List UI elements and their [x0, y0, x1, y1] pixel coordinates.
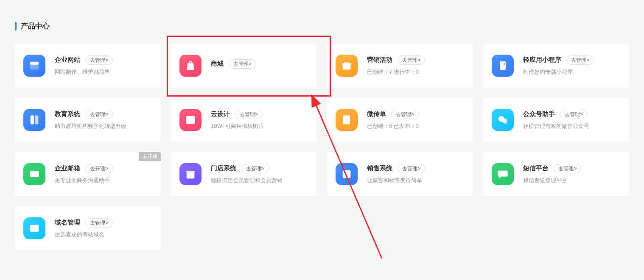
badge-unactivated: 未开通: [139, 152, 161, 161]
section-title: 产品中心: [15, 21, 629, 31]
product-card-design[interactable]: 云设计去管理>10W+可商用模板图片: [171, 98, 317, 142]
manage-button[interactable]: 去管理>: [391, 110, 419, 119]
product-card-sales[interactable]: 销售系统去管理>让获客和销售变得简单: [327, 152, 473, 196]
product-card-marketing[interactable]: 营销活动去管理>已创建：7 进行中：0: [327, 44, 473, 88]
card-title: 门店系统: [211, 164, 236, 172]
card-title: 微传单: [367, 110, 386, 118]
card-subtitle: 助力教培机构数字化转型升级: [55, 122, 152, 130]
card-subtitle: 挑选喜欢的网站域名: [55, 231, 152, 238]
list-icon: [336, 163, 358, 185]
card-title: 教育系统: [55, 110, 80, 118]
product-card-mp-helper[interactable]: 公众号助手去管理>轻松管理自家的微信公众号: [483, 98, 629, 142]
card-subtitle: 短信发送管理平台: [523, 177, 621, 184]
product-card-flyer[interactable]: 微传单去管理>已创建：0 已发布：0: [327, 98, 473, 142]
book-icon: [23, 109, 45, 131]
card-subtitle: 已创建：0 已发布：0: [367, 122, 465, 130]
card-subtitle: 10W+可商用模板图片: [211, 122, 308, 130]
manage-button[interactable]: 去管理>: [554, 164, 581, 174]
card-title: 商城: [211, 60, 224, 68]
card-title: 企业邮箱: [55, 164, 80, 172]
manage-button[interactable]: 去管理>: [560, 110, 588, 119]
window-icon: [23, 55, 45, 77]
stat-created-count: 7: [389, 69, 392, 75]
card-subtitle: 轻松管理自家的微信公众号: [523, 122, 621, 130]
card-subtitle: 制作您的专属小程序: [523, 68, 621, 76]
manage-button[interactable]: 去管理>: [85, 110, 113, 119]
card-subtitle: 已创建：7 进行中：0: [367, 68, 465, 76]
card-title: 云设计: [211, 110, 230, 118]
card-subtitle: 更专业的商务沟通助手: [55, 177, 152, 184]
manage-button[interactable]: 去管理>: [85, 218, 113, 228]
card-title: 域名管理: [55, 219, 80, 227]
product-grid: 企业网站去管理>网站制作、维护都简单商城去管理>营销活动去管理>已创建：7 进行…: [15, 44, 629, 250]
section-title-text: 产品中心: [21, 21, 50, 31]
doc-icon: [336, 109, 358, 131]
manage-button[interactable]: 去管理>: [241, 164, 269, 174]
manage-button[interactable]: 去管理>: [398, 55, 425, 65]
manage-button[interactable]: 去开通>: [85, 164, 113, 174]
product-card-domain[interactable]: 域名管理去管理>挑选喜欢的网站域名: [15, 206, 161, 250]
card-title: 企业网站: [55, 56, 80, 64]
manage-button[interactable]: 去管理>: [566, 55, 594, 65]
product-card-edu[interactable]: 教育系统去管理>助力教培机构数字化转型升级: [15, 98, 161, 142]
wechat-icon: [492, 109, 514, 131]
manage-button[interactable]: 去管理>: [229, 59, 256, 69]
manage-button[interactable]: 去管理>: [398, 164, 425, 174]
card-subtitle: 轻松搞定会员管理和会员营销: [211, 177, 308, 184]
card-title: 短信平台: [523, 164, 549, 172]
card-title: 营销活动: [367, 56, 392, 64]
chat-icon: [492, 163, 514, 185]
product-card-qiye-website[interactable]: 企业网站去管理>网站制作、维护都简单: [15, 44, 161, 88]
mini-icon: [492, 55, 514, 77]
bag-icon: [179, 55, 202, 77]
product-card-miniapp[interactable]: 轻应用小程序去管理>制作您的专属小程序: [483, 44, 629, 88]
card-subtitle: 让获客和销售变得简单: [367, 177, 465, 184]
card-title: 公众号助手: [523, 110, 555, 118]
card-title: 轻应用小程序: [523, 56, 561, 64]
domain-icon: [23, 217, 45, 239]
product-card-sms[interactable]: 短信平台去管理>短信发送管理平台: [483, 152, 629, 196]
manage-button[interactable]: 去管理>: [235, 110, 263, 119]
card-subtitle: 网站制作、维护都简单: [55, 68, 152, 76]
manage-button[interactable]: 去管理>: [85, 55, 113, 65]
store-icon: [179, 163, 202, 185]
product-card-mall[interactable]: 商城去管理>: [171, 44, 317, 88]
image-icon: [179, 109, 202, 131]
gift-icon: [336, 55, 358, 77]
product-card-store[interactable]: 门店系统去管理>轻松搞定会员管理和会员营销: [171, 152, 317, 196]
mail-icon: [23, 163, 45, 185]
section-title-bar: [15, 22, 17, 30]
product-card-mail[interactable]: 未开通企业邮箱去开通>更专业的商务沟通助手: [15, 152, 161, 196]
card-title: 销售系统: [367, 164, 392, 172]
